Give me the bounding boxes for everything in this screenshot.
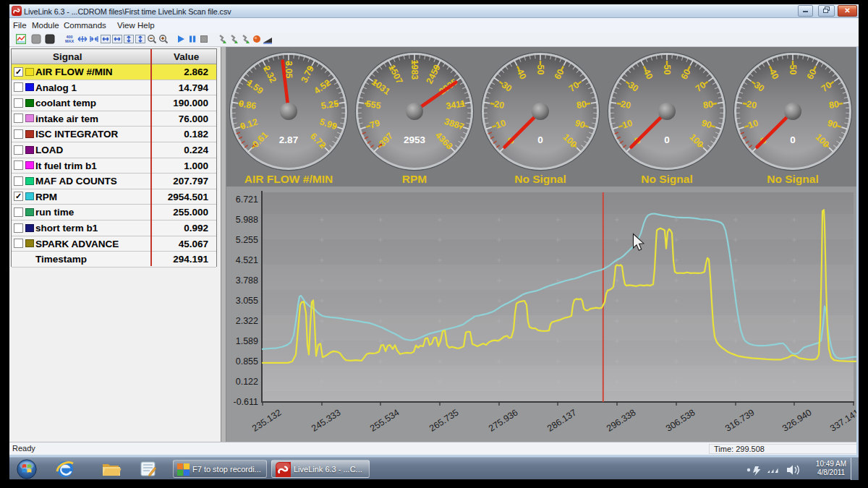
svg-text:50: 50 bbox=[535, 64, 545, 74]
svg-text:0.122: 0.122 bbox=[236, 377, 258, 387]
svg-text:20: 20 bbox=[620, 99, 631, 111]
svg-text:2.87: 2.87 bbox=[279, 134, 298, 145]
svg-text:-0.611: -0.611 bbox=[233, 397, 258, 407]
svg-text:0: 0 bbox=[790, 134, 796, 145]
svg-text:AIR FLOW #/MIN: AIR FLOW #/MIN bbox=[244, 173, 333, 185]
svg-text:50: 50 bbox=[788, 64, 798, 74]
svg-text:No Signal: No Signal bbox=[641, 173, 692, 185]
svg-text:80: 80 bbox=[702, 99, 713, 111]
svg-text:0.855: 0.855 bbox=[236, 356, 258, 367]
svg-text:1.589: 1.589 bbox=[236, 336, 258, 346]
svg-text:6.721: 6.721 bbox=[236, 194, 258, 205]
svg-text:5.255: 5.255 bbox=[236, 235, 258, 245]
svg-text:2.322: 2.322 bbox=[236, 316, 258, 326]
svg-text:20: 20 bbox=[746, 99, 757, 111]
svg-text:80: 80 bbox=[828, 99, 840, 111]
svg-text:80: 80 bbox=[576, 99, 587, 111]
svg-text:20: 20 bbox=[493, 99, 505, 111]
svg-text:MAX: MAX bbox=[65, 39, 75, 43]
svg-text:1983: 1983 bbox=[409, 59, 420, 80]
svg-text:3.055: 3.055 bbox=[236, 296, 258, 306]
svg-text:5.988: 5.988 bbox=[236, 215, 258, 225]
svg-text:No Signal: No Signal bbox=[767, 173, 818, 185]
svg-text:2953: 2953 bbox=[404, 134, 426, 145]
svg-text:4.521: 4.521 bbox=[236, 255, 258, 265]
svg-text:0: 0 bbox=[664, 134, 670, 145]
svg-text:0: 0 bbox=[537, 134, 543, 145]
svg-text:3.788: 3.788 bbox=[236, 275, 258, 286]
svg-text:RPM: RPM bbox=[402, 173, 427, 185]
svg-text:50: 50 bbox=[662, 64, 672, 74]
svg-text:No Signal: No Signal bbox=[514, 173, 566, 185]
